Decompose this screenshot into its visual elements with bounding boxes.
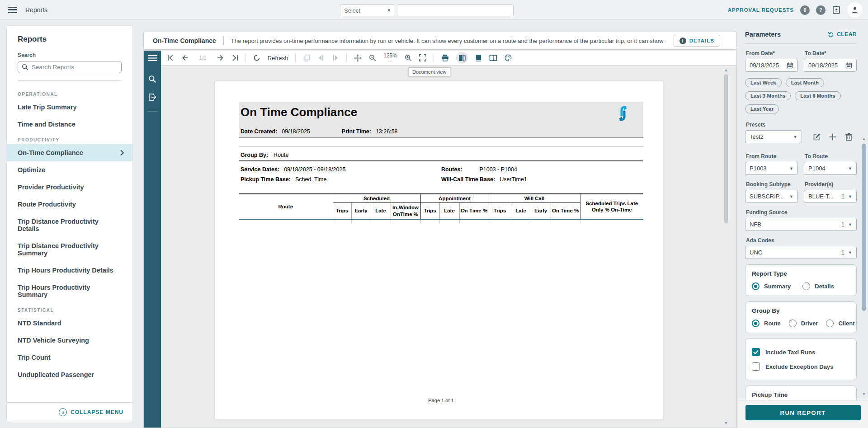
ada-codes-dropdown[interactable]: UNC 1 ▼ [745,246,857,259]
next-view-icon[interactable] [332,55,339,61]
sidebar-item-late-trip-summary[interactable]: Late Trip Summary [7,99,132,116]
viewer-export-icon[interactable] [148,93,156,101]
help-icon[interactable]: ? [816,5,826,15]
menu-icon[interactable] [8,7,17,13]
viewer-search-icon[interactable] [148,75,156,83]
booking-subtype-dropdown[interactable]: SUBSCRIP... ▼ [745,190,798,203]
exclude-exception-days-checkbox[interactable]: Exclude Exception Days [752,362,850,371]
clear-button[interactable]: CLEAR [828,31,857,38]
sidebar-item-route-productivity[interactable]: Route Productivity [7,196,132,213]
checkbox-unchecked-icon [752,362,760,371]
approval-requests-button[interactable]: APPROVAL REQUESTS [728,7,794,13]
previous-page-icon[interactable] [182,55,189,61]
add-preset-icon[interactable] [825,133,841,141]
viewer-menu-icon[interactable] [148,55,157,61]
search-input[interactable] [32,64,118,71]
id-badge-icon[interactable] [832,5,841,14]
report-logo-icon [615,105,631,123]
sidebar-item-trip-distance-productivity-details[interactable]: Trip Distance Productivity Details [7,213,132,237]
document-view-icon[interactable] [456,52,468,64]
zoom-level-control[interactable]: 125% ... [383,54,397,62]
routes-label: Routes: [441,166,462,173]
chip-last-year[interactable]: Last Year [745,104,779,113]
from-date-input[interactable]: 09/18/2025 [745,59,798,72]
chip-last-6-months[interactable]: Last 6 Months [795,91,840,100]
group-by-card: Group By Route Driver Client [745,301,857,333]
group-will-call: Will Call [489,194,580,203]
radio-details[interactable]: Details [802,282,834,290]
sidebar-item-trip-count[interactable]: Trip Count [7,349,132,366]
search-box[interactable] [18,61,122,73]
print-time-value: 13:26:58 [376,128,398,135]
previous-view-icon[interactable] [317,55,325,61]
providers-dropdown[interactable]: BLUE-T... 1 ▼ [804,190,857,203]
global-search-input[interactable] [397,5,514,16]
refresh-icon[interactable] [253,54,260,61]
fullscreen-icon[interactable] [419,54,426,61]
sidebar-item-ntd-vehicle-surveying[interactable]: NTD Vehicle Surveying [7,332,132,349]
collapse-menu-button[interactable]: « COLLAPSE MENU [7,402,132,422]
from-route-label: From Route [746,153,798,160]
date-created-value: 09/18/2025 [282,128,310,135]
group-scheduled: Scheduled [333,194,420,203]
sidebar-item-unduplicated-passenger[interactable]: Unduplicated Passenger [7,366,132,383]
sidebar-item-time-and-distance[interactable]: Time and Distance [7,116,132,133]
copy-page-icon[interactable] [303,54,310,61]
sidebar-item-optimize[interactable]: Optimize [7,161,132,179]
scroll-down-icon[interactable]: ▼ [861,392,867,396]
book-view-icon[interactable] [489,55,497,61]
sidebar-item-provider-productivity[interactable]: Provider Productivity [7,179,132,196]
document-scrollbar[interactable]: ▲ ▼ [723,67,729,426]
section-label-statistical: STATISTICAL [7,303,132,315]
chip-last-week[interactable]: Last Week [745,78,782,87]
global-select-dropdown[interactable]: Select ▼ [340,5,395,16]
include-taxi-runs-checkbox[interactable]: Include Taxi Runs [752,348,850,356]
from-route-dropdown[interactable]: P1003 ▼ [745,162,798,175]
scroll-up-icon[interactable]: ▲ [723,68,729,72]
next-page-icon[interactable] [217,55,224,61]
col-route: Route [239,194,333,219]
pan-tool-icon[interactable] [354,54,362,62]
sidebar-item-trip-hours-productivity-details[interactable]: Trip Hours Productivity Details [7,262,132,279]
last-page-icon[interactable] [231,55,238,61]
run-report-button[interactable]: RUN REPORT [745,405,861,420]
funding-source-dropdown[interactable]: NFB 1 ▼ [745,218,857,231]
zoom-out-icon[interactable] [369,54,376,61]
sidebar-item-trip-hours-productivity-summary[interactable]: Trip Hours Productivity Summary [7,279,132,303]
document-area: On Time Compliance Date Created: 09/18/2… [161,66,736,428]
parameters-panel: Parameters CLEAR From Date* 09/18/2025 T… [738,20,868,428]
refresh-label[interactable]: Refresh [268,55,288,61]
radio-client[interactable]: Client [826,320,854,327]
zoom-in-icon[interactable] [405,54,412,61]
chip-last-3-months[interactable]: Last 3 Months [745,91,791,100]
chip-last-month[interactable]: Last Month [786,78,824,87]
sidebar-item-ntd-standard[interactable]: NTD Standard [7,315,132,332]
radio-route[interactable]: Route [752,320,781,327]
theme-palette-icon[interactable] [505,54,512,61]
approval-count-badge: 0 [800,5,810,15]
col-sched-late: Late [371,203,391,219]
group-by-value: Route [274,152,288,158]
to-date-input[interactable]: 09/18/2025 [804,59,857,72]
scrollbar-thumb[interactable] [862,144,866,311]
scroll-down-icon[interactable]: ▼ [723,421,729,425]
to-route-dropdown[interactable]: P1004 ▼ [804,162,857,175]
delete-preset-icon[interactable] [841,133,857,141]
user-avatar[interactable] [847,2,863,18]
edit-preset-icon[interactable] [809,133,825,141]
scrollbar-thumb[interactable] [724,74,728,223]
document-title: On Time Compliance [241,105,357,119]
chevron-down-icon: ▼ [793,135,797,139]
sidebar-item-on-time-compliance[interactable]: On-Time Compliance [7,144,132,161]
details-button[interactable]: i DETAILS [674,35,720,47]
radio-driver[interactable]: Driver [789,320,818,327]
page-view-icon[interactable] [475,54,482,61]
presets-dropdown[interactable]: Test2 ▼ [745,130,802,143]
radio-summary[interactable]: Summary [752,282,791,290]
print-icon[interactable] [441,54,449,61]
first-page-icon[interactable] [167,55,175,61]
sidebar-item-trip-distance-productivity-summary[interactable]: Trip Distance Productivity Summary [7,237,132,262]
parameters-scrollbar[interactable]: ▲ ▼ [861,136,867,396]
scroll-up-icon[interactable]: ▲ [861,136,867,141]
chevron-down-icon: ▼ [848,222,852,227]
